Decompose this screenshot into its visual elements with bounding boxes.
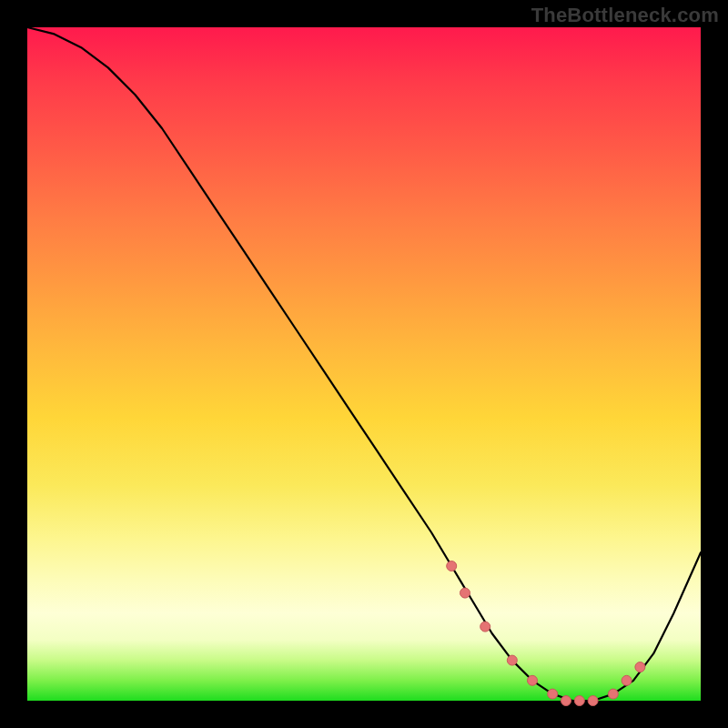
highlight-dot bbox=[588, 696, 598, 706]
highlight-dot bbox=[480, 622, 490, 632]
curve-svg bbox=[27, 27, 701, 701]
highlight-dot bbox=[622, 675, 632, 685]
highlight-dot bbox=[635, 662, 645, 672]
highlight-dot bbox=[561, 696, 571, 706]
watermark-text: TheBottleneck.com bbox=[531, 4, 719, 27]
highlight-dots-group bbox=[447, 561, 645, 706]
highlight-dot bbox=[608, 689, 618, 699]
highlight-dot bbox=[460, 588, 470, 598]
highlight-dot bbox=[447, 561, 457, 571]
bottleneck-curve bbox=[27, 27, 701, 701]
chart-frame: TheBottleneck.com bbox=[0, 0, 728, 728]
plot-area bbox=[27, 27, 701, 701]
highlight-dot bbox=[528, 675, 538, 685]
highlight-dot bbox=[548, 689, 558, 699]
highlight-dot bbox=[574, 696, 584, 706]
highlight-dot bbox=[507, 655, 517, 665]
